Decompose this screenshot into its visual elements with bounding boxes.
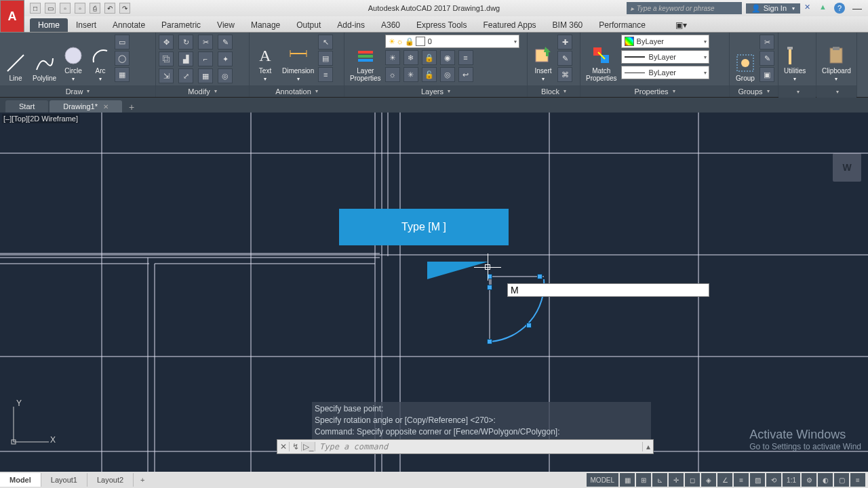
ungroup-icon[interactable]: ✂ [760,35,774,49]
tab-output[interactable]: Output [288,18,329,32]
trim-icon[interactable]: ✂ [198,35,213,49]
rotate-icon[interactable]: ↻ [178,35,193,49]
text-button[interactable]: AText▾ [252,35,278,83]
status-polar-icon[interactable]: ✛ [669,473,684,487]
drawing-canvas[interactable]: [–][Top][2D Wireframe] W [0,113,868,472]
redo-icon[interactable]: ↷ [119,3,130,14]
status-lwt-icon[interactable]: ≡ [734,473,749,487]
layer-dropdown[interactable]: ☀☼🔒0 [385,35,519,48]
saveas-icon[interactable]: ▫ [75,3,85,14]
cmdline-recent-icon[interactable]: ▴ [642,442,653,451]
search-input[interactable]: ▸Type a keyword or phrase [627,2,742,14]
mtext-icon[interactable]: ≡ [318,67,333,82]
doctab-add-button[interactable]: + [123,102,140,113]
cmdline-close-icon[interactable]: ✕ [277,442,290,451]
status-iso-icon[interactable]: ◈ [701,473,716,487]
edit-attr-icon[interactable]: ⌘ [557,67,572,82]
panel-annotate-title[interactable]: Annotation [250,85,344,97]
tab-manage[interactable]: Manage [243,18,288,32]
layer-on-icon[interactable]: ☼ [385,67,400,82]
status-transparency-icon[interactable]: ▨ [750,473,765,487]
panel-block-title[interactable]: Block [528,85,580,97]
grip[interactable] [487,339,492,344]
ellipse-icon[interactable]: ◯ [115,51,130,66]
group-edit-icon[interactable]: ✎ [760,51,774,66]
tab-bim360[interactable]: BIM 360 [545,18,591,32]
status-osnap-icon[interactable]: ◻ [685,473,700,487]
layer-off-icon[interactable]: ☀ [385,50,400,65]
status-model[interactable]: MODEL [587,473,619,487]
layer-lock-icon[interactable]: 🔒 [422,50,437,65]
move-icon[interactable]: ✥ [159,35,174,49]
polyline-button[interactable]: Polyline [30,35,59,83]
layer-uniso-icon[interactable]: ◎ [440,67,455,82]
minimize-button[interactable]: — [849,3,865,14]
panel-layers-title[interactable]: Layers [344,85,527,97]
group-bbox-icon[interactable]: ▣ [760,67,774,82]
linetype-dropdown[interactable]: ByLayer [621,66,709,79]
close-icon[interactable]: ✕ [103,103,108,110]
tab-featured[interactable]: Featured Apps [475,18,545,32]
layout-add-button[interactable]: + [134,476,151,484]
color-dropdown[interactable]: ByLayer [621,35,709,48]
tab-view[interactable]: View [209,18,243,32]
dimension-button[interactable]: Dimension▾ [279,35,317,83]
utilities-button[interactable]: Utilities▾ [781,35,808,83]
layer-iso-icon[interactable]: ◉ [440,50,455,65]
panel-properties-title[interactable]: Properties [580,85,729,97]
grip[interactable] [487,285,492,290]
status-custom-icon[interactable]: ≡ [850,473,865,487]
tab-performance[interactable]: Performance [591,18,654,32]
offset-icon[interactable]: ◎ [218,68,233,83]
erase-icon[interactable]: ✎ [218,35,233,49]
clipboard-button[interactable]: Clipboard▾ [819,35,854,83]
tab-layout2[interactable]: Layout2 [87,473,134,487]
signin-button[interactable]: 👤Sign In▾ [746,3,800,14]
tab-a360[interactable]: A360 [373,18,408,32]
command-line[interactable]: ✕ ↯ ▷_ Type a command ▴ [277,439,654,454]
layer-unlock-icon[interactable]: 🔓 [422,67,437,82]
stretch-icon[interactable]: ⇲ [159,68,174,83]
rect-icon[interactable]: ▭ [115,35,130,49]
grip[interactable] [537,274,542,279]
layer-prev-icon[interactable]: ↩ [458,67,473,82]
fillet-icon[interactable]: ⌐ [198,52,213,66]
tab-layout1[interactable]: Layout1 [41,473,87,487]
tab-model[interactable]: Model [0,473,41,487]
panel-groups-title[interactable]: Groups [730,85,778,97]
group-button[interactable]: Group [732,35,758,83]
status-grid-icon[interactable]: ▦ [620,473,635,487]
layer-freeze-icon[interactable]: ❄ [403,50,418,65]
mirror-icon[interactable]: ▟ [178,52,193,66]
status-workspace-icon[interactable]: ◐ [818,473,833,487]
status-ortho-icon[interactable]: ⊾ [652,473,667,487]
doctab-drawing1[interactable]: Drawing1*✕ [50,100,122,113]
line-button[interactable]: Line [3,35,28,83]
explode-icon[interactable]: ✦ [218,52,233,66]
match-properties-button[interactable]: Match Properties [583,35,620,83]
tab-home[interactable]: Home [30,18,68,32]
panel-utilities-title[interactable] [778,85,816,98]
status-cycle-icon[interactable]: ⟲ [766,473,781,487]
edit-block-icon[interactable]: ✎ [557,51,572,66]
exchange-icon[interactable]: ✕ [804,3,815,14]
status-snap-icon[interactable]: ⊞ [636,473,651,487]
arc-button[interactable]: Arc▾ [87,35,113,83]
plot-icon[interactable]: ⎙ [90,3,100,14]
status-annoscale[interactable]: 1:1 [783,473,800,487]
panel-modify-title[interactable]: Modify [156,85,249,97]
layer-properties-button[interactable]: Layer Properties [347,35,384,83]
insert-button[interactable]: Insert▾ [530,35,556,83]
undo-icon[interactable]: ↶ [104,3,115,14]
array-icon[interactable]: ▦ [198,68,213,83]
table-icon[interactable]: ▤ [318,51,333,66]
save-icon[interactable]: ▫ [60,3,71,14]
dynamic-input[interactable] [507,283,709,297]
app-logo[interactable]: A [0,0,24,33]
ribbon-toggle-icon[interactable]: ▣▾ [667,18,695,32]
open-icon[interactable]: ▭ [45,3,56,14]
panel-clipboard-title[interactable] [816,85,856,98]
app-icon[interactable]: ▲ [819,3,830,14]
status-gear-icon[interactable]: ⚙ [802,473,816,487]
circle-button[interactable]: Circle▾ [60,35,86,83]
